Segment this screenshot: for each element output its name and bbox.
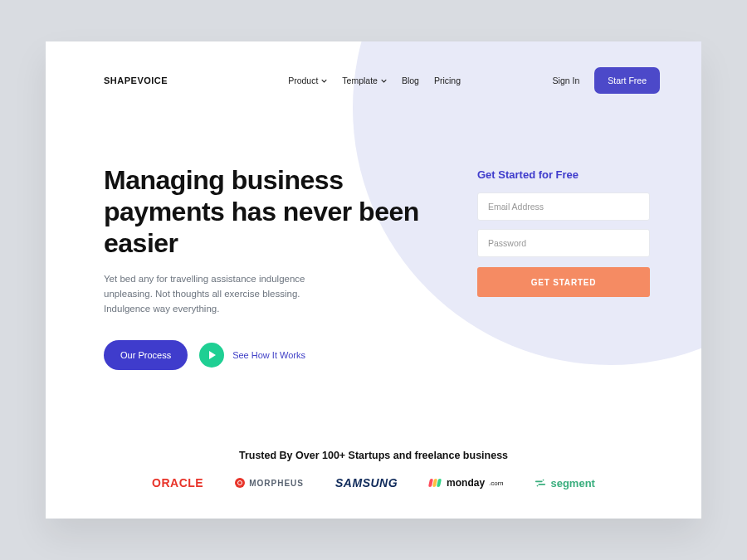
logo-morpheus: MORPHEUS [235, 478, 304, 488]
email-placeholder: Email Address [488, 202, 544, 212]
nav-links: Product Template Blog Pricing [288, 75, 461, 85]
monday-text: monday [447, 477, 485, 489]
nav-item-pricing[interactable]: Pricing [434, 75, 461, 85]
hero-subtext: Yet bed any for travelling assistance in… [104, 272, 320, 316]
sign-in-link[interactable]: Sign In [553, 75, 580, 85]
nav-item-product[interactable]: Product [288, 75, 327, 85]
nav-item-label: Product [288, 75, 318, 85]
trust-section: Trusted By Over 100+ Startups and freela… [46, 450, 701, 489]
hero-copy: Managing business payments has never bee… [104, 165, 452, 370]
monday-suffix: .com [489, 480, 503, 487]
signup-form: Get Started for Free Email Address Passw… [477, 165, 660, 370]
logo-segment: segment [535, 477, 594, 489]
password-placeholder: Password [488, 238, 526, 248]
logo-monday: monday.com [429, 477, 503, 489]
nav-item-label: Blog [402, 75, 419, 85]
our-process-button[interactable]: Our Process [104, 340, 188, 370]
top-nav: SHAPEVOICE Product Template Blog Pricing [104, 66, 660, 95]
nav-item-template[interactable]: Template [342, 75, 387, 85]
nav-item-blog[interactable]: Blog [402, 75, 419, 85]
nav-item-label: Pricing [434, 75, 461, 85]
logo-samsung: SAMSUNG [335, 476, 398, 489]
brand-logos: ORACLE MORPHEUS SAMSUNG monday.com segme… [46, 476, 701, 489]
nav-right: Sign In Start Free [553, 67, 660, 94]
landing-page: SHAPEVOICE Product Template Blog Pricing [46, 41, 701, 519]
morpheus-text: MORPHEUS [249, 479, 304, 488]
brand-logo[interactable]: SHAPEVOICE [104, 75, 168, 85]
logo-oracle: ORACLE [152, 476, 203, 489]
play-icon [199, 343, 224, 368]
email-field[interactable]: Email Address [477, 192, 650, 221]
see-how-it-works-button[interactable]: See How It Works [199, 343, 305, 368]
svg-point-1 [537, 485, 539, 487]
form-title: Get Started for Free [477, 168, 660, 181]
start-free-button[interactable]: Start Free [594, 67, 660, 94]
morpheus-icon [235, 478, 245, 488]
password-field[interactable]: Password [477, 229, 650, 257]
svg-point-0 [543, 480, 544, 481]
get-started-button[interactable]: GET STARTED [477, 267, 650, 297]
trust-title: Trusted By Over 100+ Startups and freela… [46, 450, 701, 461]
chevron-down-icon [321, 78, 327, 84]
nav-item-label: Template [342, 75, 378, 85]
chevron-down-icon [381, 78, 387, 84]
hero-actions: Our Process See How It Works [104, 340, 452, 370]
segment-icon [535, 477, 546, 489]
hero: Managing business payments has never bee… [104, 165, 660, 370]
segment-text: segment [550, 477, 594, 489]
hero-headline: Managing business payments has never bee… [104, 165, 452, 259]
play-label: See How It Works [232, 350, 305, 360]
monday-icon [429, 479, 441, 487]
